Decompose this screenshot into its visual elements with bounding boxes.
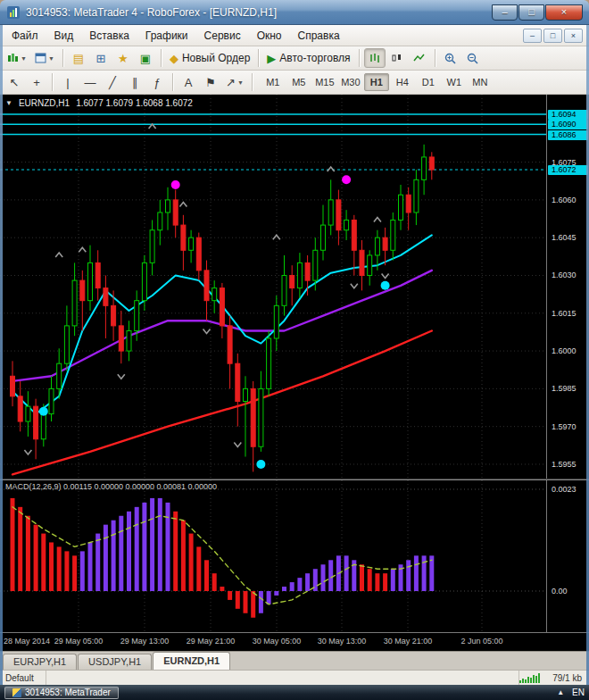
chart-bars-button[interactable] (364, 48, 386, 68)
cursor-button[interactable]: ↖ (4, 72, 25, 92)
tab-usdjpy[interactable]: USDJPY,H1 (78, 654, 152, 670)
timeframe-m15[interactable]: M15 (312, 73, 337, 91)
timeframe-m5[interactable]: M5 (286, 73, 311, 91)
candle-body (150, 230, 154, 263)
mdi-restore-button[interactable]: □ (543, 29, 562, 43)
text-button[interactable]: A (178, 72, 199, 92)
timeframe-d1[interactable]: D1 (416, 73, 441, 91)
market-watch-button[interactable]: ▤ (68, 48, 89, 68)
candle-body (220, 288, 224, 326)
tab-eurnzd[interactable]: EURNZD,H1 (153, 652, 230, 670)
timeframe-h4[interactable]: H4 (390, 73, 415, 91)
label-button[interactable]: ⚑ (200, 72, 221, 92)
macd-bar (391, 569, 395, 591)
macd-bar (414, 555, 419, 591)
candle-body (112, 305, 116, 326)
menu-item-window[interactable]: Окно (249, 26, 290, 46)
new-order-button[interactable]: ◆ Новый Ордер (166, 48, 253, 68)
crosshair-button[interactable]: + (26, 72, 47, 92)
vertical-line-button[interactable]: | (57, 72, 79, 92)
chart-candles-button[interactable] (386, 48, 408, 68)
windows-taskbar: 3014953: MetaTrader ▲ EN (0, 685, 589, 700)
autotrading-button[interactable]: ▶ Авто-торговля (263, 48, 353, 68)
timeframe-mn[interactable]: MN (468, 73, 493, 91)
macd-bar (64, 551, 69, 591)
terminal-button[interactable]: ▣ (135, 48, 156, 68)
time-axis-label: 30 May 05:00 (253, 637, 302, 646)
tab-eurjpy[interactable]: EURJPY,H1 (3, 654, 77, 670)
price-axis[interactable]: 1.60751.60601.60451.60301.60151.60001.59… (546, 95, 589, 479)
data-window-button[interactable]: ⊞ (90, 48, 112, 68)
trendline-button[interactable]: ╱ (102, 72, 123, 92)
menu-item-charts[interactable]: Графики (137, 26, 196, 46)
new-chart-button[interactable]: ▼ (4, 48, 30, 68)
macd-histogram-layer (11, 498, 435, 618)
candle-body (344, 220, 349, 229)
timeframe-m30[interactable]: M30 (338, 73, 363, 91)
chart-dropdown-icon[interactable]: ▼ (5, 99, 12, 107)
minimize-button[interactable]: – (492, 4, 518, 21)
candle-body (204, 271, 209, 301)
mdi-minimize-button[interactable]: – (523, 29, 542, 43)
menu-item-view[interactable]: Вид (46, 26, 82, 46)
macd-pane[interactable]: MACD(12,26,9) 0.00115 0.00000 0.00000 0.… (0, 480, 546, 632)
candle-body (11, 376, 15, 396)
timeframe-m1[interactable]: M1 (261, 73, 286, 91)
zoom-in-button[interactable] (440, 48, 461, 68)
horizontal-line-button[interactable]: — (79, 72, 101, 92)
macd-bar (259, 591, 263, 613)
app-icon (6, 5, 21, 20)
price-chart-svg[interactable] (0, 95, 546, 479)
close-button[interactable]: × (545, 4, 583, 21)
time-axis-label: 2 Jun 05:00 (460, 637, 502, 646)
candle-body (95, 262, 100, 288)
mdi-close-button[interactable]: × (564, 29, 583, 43)
macd-bar (26, 516, 30, 591)
candle-body (173, 200, 178, 225)
language-indicator[interactable]: EN (572, 688, 585, 697)
navigator-button[interactable]: ★ (112, 48, 134, 68)
menu-item-file[interactable]: Файл (4, 26, 46, 46)
timeframe-h1[interactable]: H1 (364, 73, 389, 91)
time-axis-label: 29 May 13:00 (120, 637, 170, 646)
time-axis[interactable]: 28 May 201429 May 05:0029 May 13:0029 Ma… (0, 632, 589, 651)
fractal-up-arrow-icon (179, 203, 187, 207)
macd-axis[interactable]: 0.00230.00 (546, 480, 589, 632)
maximize-button[interactable]: □ (518, 4, 544, 21)
candle-body (297, 262, 302, 288)
candle-body (88, 262, 93, 300)
menu-item-help[interactable]: Справка (290, 26, 348, 46)
fibonacci-button[interactable]: ƒ (146, 72, 168, 92)
candle-body (189, 238, 194, 250)
menu-item-tools[interactable]: Сервис (196, 26, 249, 46)
fibonacci-icon: ƒ (153, 76, 160, 89)
standard-toolbar: ▼ ▼ ▤ ⊞ ★ ▣ ◆ Новый Ордер ▶ Авто-торговл… (0, 46, 589, 71)
system-tray: ▲ EN (557, 688, 585, 697)
macd-chart-svg[interactable] (0, 480, 546, 632)
profile-status[interactable]: Default (0, 671, 46, 685)
arrows-button[interactable]: ↗▼ (222, 72, 247, 92)
menu-item-insert[interactable]: Вставка (81, 26, 137, 46)
taskbar-app-button[interactable]: 3014953: MetaTrader (4, 687, 119, 699)
crosshair-icon: + (33, 76, 40, 89)
macd-bar (181, 521, 186, 591)
chart-tabs-bar: EURJPY,H1USDJPY,H1EURNZD,H1 (0, 651, 589, 670)
channel-button[interactable]: ∥ (124, 72, 145, 92)
toolbar-separator (435, 49, 436, 67)
candle-body (328, 200, 333, 225)
candle-body (181, 225, 186, 250)
price-axis-label: 1.6045 (552, 233, 577, 242)
fractal-down-arrow-icon (118, 374, 125, 379)
macd-bar (150, 498, 154, 591)
chart-line-button[interactable] (409, 48, 430, 68)
chart-ohlc-label: 1.6077 1.6079 1.6068 1.6072 (76, 98, 193, 108)
connection-bars-icon (519, 673, 540, 683)
timeframe-w1[interactable]: W1 (442, 73, 467, 91)
show-hidden-icons-icon[interactable]: ▲ (557, 688, 564, 696)
macd-bar (189, 534, 194, 591)
macd-bar (406, 560, 411, 591)
main-chart-pane[interactable]: ▼ EURNZD,H1 1.6077 1.6079 1.6068 1.6072 (0, 95, 546, 479)
price-axis-label: 1.6015 (552, 309, 577, 318)
zoom-out-button[interactable] (462, 48, 484, 68)
profiles-button[interactable]: ▼ (31, 48, 58, 68)
